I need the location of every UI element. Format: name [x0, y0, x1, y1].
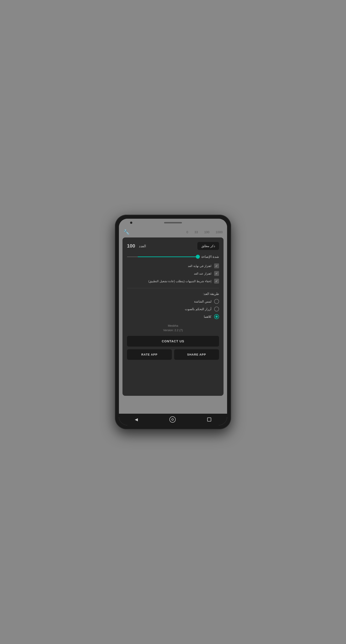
checkbox-group: ✓ اهتزاز في نهاية العد ✓ اهتزاز عند العد… [127, 264, 219, 284]
status-bar [119, 219, 227, 227]
slider-fill [138, 256, 198, 257]
number-1000: 1000 [216, 230, 223, 234]
radio-group: لمس الشاشة أزرار التحكم بالصوت كلاهما [127, 299, 219, 319]
app-name: Mesbha [127, 324, 219, 328]
home-button[interactable] [169, 416, 176, 422]
count-method-title: طريقة العد: [127, 292, 219, 296]
share-app-button[interactable]: SHARE APP [174, 349, 219, 360]
counter-row: 100 العدد ذكر مطلق [127, 242, 219, 250]
brightness-slider[interactable] [127, 254, 198, 259]
section-divider [127, 288, 219, 288]
app-version: Version: 2.2 (7) [127, 328, 219, 332]
radio-item-1[interactable]: لمس الشاشة [127, 299, 219, 304]
checkbox-item-2: ✓ اهتزاز عند العد [127, 271, 219, 276]
radio-label-1: لمس الشاشة [194, 300, 211, 303]
checkbox-label-3: إخفاء شريط التنبيهات (يتطلب إعادة تشغيل … [148, 280, 211, 283]
recents-button[interactable] [207, 418, 211, 422]
checkbox-2[interactable]: ✓ [214, 271, 219, 276]
bottom-area [119, 396, 227, 414]
settings-card: 100 العدد ذكر مطلق شدة الإضاءة ✓ [122, 238, 224, 396]
number-33: 33 [194, 230, 198, 234]
number-100: 100 [204, 230, 209, 234]
checkbox-item-1: ✓ اهتزاز في نهاية العد [127, 264, 219, 268]
counter-value: 100 [127, 243, 135, 249]
checkbox-3[interactable]: ✓ [214, 278, 219, 284]
radio-item-2[interactable]: أزرار التحكم بالصوت [127, 306, 219, 312]
radio-label-3: كلاهما [204, 315, 211, 318]
home-button-inner [171, 418, 174, 420]
slider-track [127, 256, 198, 257]
absolute-button[interactable]: ذكر مطلق [197, 242, 219, 250]
top-numbers: 0 33 100 1000 [186, 230, 223, 234]
counter-label: العدد [139, 244, 146, 248]
checkbox-label-1: اهتزاز في نهاية العد [188, 264, 211, 268]
brightness-row: شدة الإضاءة [127, 254, 219, 259]
phone-screen: 🔧 0 33 100 1000 100 العدد ذكر مطلق شدة ا… [119, 219, 227, 425]
back-button[interactable]: ◀ [135, 417, 138, 422]
rate-app-button[interactable]: RATE APP [127, 349, 172, 360]
radio-circle-2[interactable] [214, 306, 219, 312]
app-info: Mesbha Version: 2.2 (7) [127, 324, 219, 332]
camera-dot [130, 222, 132, 224]
radio-circle-3[interactable] [214, 314, 219, 319]
checkbox-1[interactable]: ✓ [214, 264, 219, 268]
brightness-label: شدة الإضاءة [201, 255, 219, 259]
checkbox-item-3: ✓ إخفاء شريط التنبيهات (يتطلب إعادة تشغي… [127, 278, 219, 284]
radio-label-2: أزرار التحكم بالصوت [185, 307, 211, 311]
phone-frame: 🔧 0 33 100 1000 100 العدد ذكر مطلق شدة ا… [115, 215, 231, 429]
slider-thumb[interactable] [196, 255, 200, 259]
radio-inner-3 [215, 316, 218, 318]
radio-item-3[interactable]: كلاهما [127, 314, 219, 319]
nav-bar: ◀ [119, 414, 227, 425]
counter-label-group: 100 العدد [127, 243, 146, 249]
speaker [164, 222, 182, 224]
radio-circle-1[interactable] [214, 299, 219, 304]
top-bar: 🔧 0 33 100 1000 [119, 227, 227, 238]
number-0: 0 [186, 230, 188, 234]
checkbox-label-2: اهتزاز عند العد [194, 272, 211, 275]
settings-icon[interactable]: 🔧 [123, 229, 129, 235]
contact-us-button[interactable]: CONTACT US [127, 336, 219, 346]
bottom-buttons: RATE APP SHARE APP [127, 349, 219, 360]
